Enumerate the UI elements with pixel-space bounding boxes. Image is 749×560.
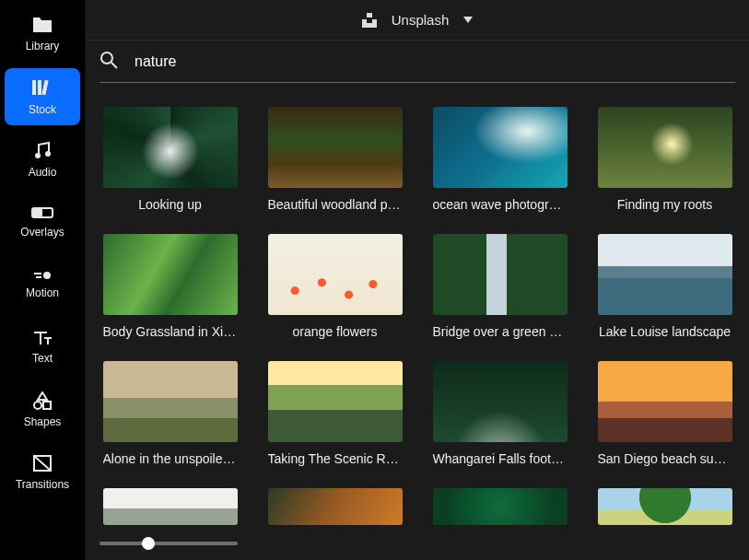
svg-rect-2	[41, 80, 48, 95]
svg-rect-6	[32, 208, 42, 217]
caption: Body Grassland in Xinjiang	[103, 324, 238, 339]
svg-line-14	[111, 63, 117, 68]
thumbnail	[598, 107, 732, 188]
caption: Beautiful woodland path	[268, 197, 403, 212]
text-icon	[32, 330, 53, 346]
svg-rect-11	[43, 402, 51, 409]
sidebar-item-label: Audio	[29, 166, 57, 179]
thumbnail	[598, 361, 732, 442]
thumbnail	[268, 488, 403, 525]
result-card[interactable]: Looking up	[99, 107, 240, 212]
caption: orange flowers	[293, 324, 378, 339]
result-card[interactable]: Alone in the unspoiled wilderness	[99, 361, 240, 466]
search-icon	[99, 51, 118, 73]
sidebar-item-label: Overlays	[20, 226, 64, 239]
thumbnail	[598, 234, 732, 315]
search-input[interactable]	[135, 53, 735, 70]
result-card[interactable]: Finding my roots	[594, 107, 735, 212]
result-card[interactable]: Taking The Scenic Route	[264, 361, 405, 466]
sidebar-item-label: Motion	[26, 286, 59, 299]
caption: Bridge over a green waterfall	[433, 324, 568, 339]
result-card[interactable]: Bridge over a green waterfall	[429, 234, 570, 339]
svg-rect-0	[32, 80, 36, 95]
result-card[interactable]: Whangarei Falls footbridge	[429, 361, 570, 466]
svg-point-3	[35, 153, 41, 158]
sidebar-item-label: Shapes	[24, 415, 62, 428]
caption: Taking The Scenic Route	[268, 451, 403, 466]
thumbnail	[433, 234, 568, 315]
thumbnail	[268, 361, 403, 442]
caption: Finding my roots	[617, 197, 712, 212]
thumbnail	[103, 107, 238, 188]
unsplash-icon	[362, 13, 377, 28]
slider-track	[99, 542, 238, 545]
result-card[interactable]	[264, 488, 405, 525]
overlays-icon	[31, 205, 53, 220]
shapes-icon	[32, 391, 53, 410]
result-card[interactable]	[99, 488, 240, 525]
caption: Alone in the unspoiled wilderness	[103, 451, 238, 466]
slider-knob[interactable]	[142, 537, 155, 550]
sidebar-item-shapes[interactable]: Shapes	[5, 381, 80, 438]
sidebar-item-text[interactable]: Text	[5, 319, 80, 376]
result-card[interactable]: Body Grassland in Xinjiang	[99, 234, 240, 339]
chevron-down-icon	[463, 17, 473, 24]
result-card[interactable]	[429, 488, 570, 525]
svg-point-13	[101, 52, 112, 64]
caption: Looking up	[138, 197, 202, 212]
sidebar-item-motion[interactable]: Motion	[5, 256, 80, 313]
sidebar-item-stock[interactable]: Stock	[5, 68, 80, 125]
sidebar-item-audio[interactable]: Audio	[5, 131, 80, 188]
svg-point-7	[43, 272, 51, 279]
thumbnail	[268, 234, 403, 315]
sidebar-item-label: Transitions	[16, 478, 69, 491]
svg-point-10	[34, 402, 41, 409]
thumbnail	[433, 488, 568, 525]
caption: ocean wave photography	[433, 197, 568, 212]
caption: Whangarei Falls footbridge	[433, 451, 568, 466]
result-card[interactable]: Lake Louise landscape	[594, 234, 735, 339]
sidebar-item-library[interactable]: Library	[5, 6, 80, 63]
main-panel: Unsplash Looking upBeautiful woodland pa…	[86, 0, 749, 560]
source-dropdown[interactable]: Unsplash	[86, 0, 749, 41]
results-grid: Looking upBeautiful woodland pathocean w…	[86, 83, 749, 560]
books-icon	[30, 77, 54, 98]
thumbnail	[433, 107, 568, 188]
thumbnail	[103, 488, 238, 525]
search-row	[99, 41, 735, 83]
result-card[interactable]: Beautiful woodland path	[264, 107, 405, 212]
caption: San Diego beach sunset	[598, 451, 732, 466]
thumbnail	[268, 107, 403, 188]
sidebar-item-overlays[interactable]: Overlays	[5, 193, 80, 251]
thumbnail	[433, 361, 568, 442]
sidebar-item-transitions[interactable]: Transitions	[5, 444, 80, 501]
source-label: Unsplash	[392, 12, 450, 28]
folder-icon	[31, 16, 53, 34]
thumbnail-size-slider[interactable]	[99, 534, 238, 553]
result-card[interactable]: San Diego beach sunset	[594, 361, 735, 466]
thumbnail	[103, 234, 238, 315]
result-card[interactable]	[594, 488, 735, 525]
svg-rect-1	[38, 80, 41, 95]
transitions-icon	[32, 454, 53, 472]
sidebar-item-label: Stock	[29, 103, 56, 116]
result-card[interactable]: ocean wave photography	[429, 107, 570, 212]
thumbnail	[103, 361, 238, 442]
caption: Lake Louise landscape	[599, 324, 731, 339]
svg-point-4	[45, 151, 51, 157]
motion-icon	[32, 270, 53, 281]
sidebar-item-label: Library	[26, 40, 60, 52]
thumbnail	[598, 488, 732, 525]
sidebar: Library Stock Audio Overlays Motion Text	[0, 0, 86, 560]
music-icon	[32, 140, 53, 160]
sidebar-item-label: Text	[32, 352, 53, 365]
result-card[interactable]: orange flowers	[264, 234, 405, 339]
